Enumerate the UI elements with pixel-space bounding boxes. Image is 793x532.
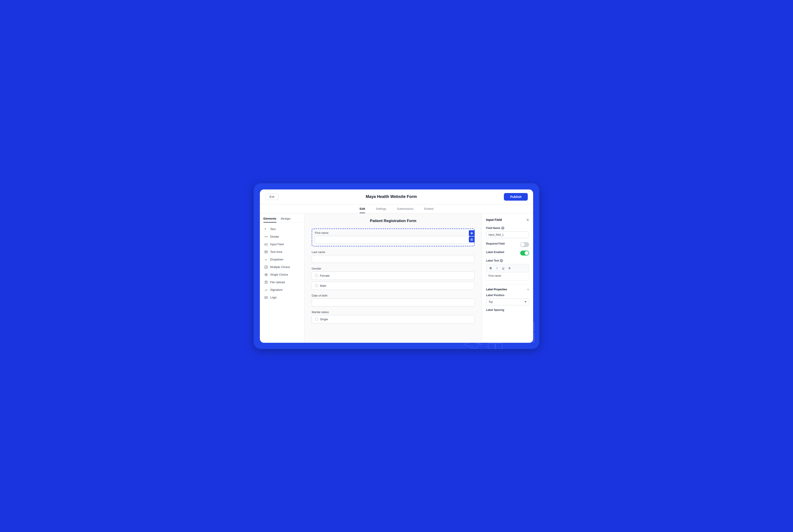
label-enabled-row: Label Enabled (486, 251, 529, 255)
sidebar-tab-design[interactable]: Design (281, 217, 291, 223)
label-text-help-icon[interactable]: ? (500, 259, 503, 262)
dob-field-group: Date of birth (312, 294, 475, 306)
upload-icon (264, 281, 268, 284)
radio-circle-male (315, 284, 318, 287)
sidebar-item-text-area[interactable]: Text Area (260, 248, 304, 256)
sidebar-item-label-text: Text (270, 227, 276, 231)
first-name-field-wrapper[interactable]: First name (312, 229, 475, 246)
required-field-label: Required Field (486, 242, 504, 245)
svg-text:T: T (264, 228, 266, 230)
sidebar-item-label-textarea: Text Area (270, 250, 282, 253)
underline-button[interactable]: U (500, 266, 506, 271)
sidebar-item-divider[interactable]: Divider (260, 233, 304, 241)
marital-status-label: Marital status (312, 310, 475, 314)
app-title: Maya Health Website Form (366, 194, 417, 199)
svg-point-23 (265, 297, 266, 298)
field-name-label: Field Name ? (486, 227, 529, 230)
sidebar-item-multiple-choice[interactable]: Multiple Choice (260, 263, 304, 271)
sidebar-item-label-dropdown: Dropdown (270, 258, 283, 261)
label-enabled-knob (524, 251, 529, 255)
exit-button[interactable]: Exit (265, 193, 279, 200)
svg-point-19 (266, 274, 267, 275)
radio-icon (264, 273, 268, 277)
field-name-help-icon[interactable]: ? (501, 227, 504, 230)
first-name-label: First name (315, 231, 472, 234)
form-title: Patient Registration Form (312, 219, 475, 223)
label-position-select[interactable]: Top Left Right (486, 299, 529, 305)
sidebar-item-file-upload[interactable]: File Upload (260, 279, 304, 286)
field-name-input[interactable] (486, 231, 529, 238)
sidebar-item-label-multiple-choice: Multiple Choice (270, 265, 290, 269)
last-name-input[interactable] (312, 255, 475, 263)
sidebar-item-logo[interactable]: Logo (260, 294, 304, 301)
sidebar: Elements Design T Text Divider (260, 213, 305, 343)
sidebar-item-label-input: Input Field (270, 243, 284, 246)
logo-icon (264, 296, 268, 299)
sidebar-item-label-signature: Signature (270, 288, 283, 291)
signature-icon (264, 288, 268, 292)
strikethrough-button[interactable]: S (507, 266, 512, 271)
tab-submissions[interactable]: Submissions (397, 207, 413, 213)
main-layout: Elements Design T Text Divider (260, 213, 533, 343)
sidebar-item-dropdown[interactable]: Dropdown (260, 256, 304, 263)
delete-field-button[interactable] (469, 236, 475, 242)
required-toggle-knob (521, 243, 524, 247)
gender-female-option[interactable]: Female (312, 271, 475, 280)
svg-rect-14 (265, 251, 268, 253)
gender-female-label: Female (320, 274, 330, 278)
svg-rect-8 (488, 343, 495, 349)
textarea-icon (264, 250, 268, 254)
label-properties-header: Label Properties ∧ (486, 288, 529, 291)
last-name-field-group: Last name (312, 250, 475, 263)
tab-embed[interactable]: Embed (424, 207, 434, 213)
text-toolbar: B I U S (486, 264, 529, 272)
sidebar-item-single-choice[interactable]: Single Choice (260, 271, 304, 279)
label-properties-title: Label Properties (486, 288, 507, 291)
tab-edit[interactable]: Edit (359, 207, 365, 213)
canvas-area: Patient Registration Form First name (305, 213, 482, 343)
label-properties-section: Label Properties ∧ Label Position Top Le… (486, 288, 529, 311)
label-spacing-label: Label Spacing (486, 308, 529, 311)
dob-input[interactable] (312, 299, 475, 306)
panel-close-button[interactable]: ✕ (526, 218, 529, 222)
sidebar-item-text[interactable]: T Text (260, 225, 304, 233)
label-enabled-toggle[interactable] (520, 251, 529, 255)
nav-tabs: Edit Settings Submissions Embed (260, 204, 533, 213)
sidebar-item-signature[interactable]: Signature (260, 286, 304, 294)
sidebar-tab-elements[interactable]: Elements (263, 217, 276, 223)
sidebar-item-input-field[interactable]: Input Field (260, 241, 304, 248)
gender-field-group: Gender Female Male (312, 267, 475, 290)
svg-rect-17 (265, 266, 268, 268)
italic-button[interactable]: I (494, 266, 500, 271)
gender-label: Gender (312, 267, 475, 270)
last-name-label: Last name (312, 250, 475, 254)
label-text-content[interactable]: First name (486, 272, 529, 281)
marital-single-label: Single (320, 318, 328, 321)
publish-button[interactable]: Publish (504, 193, 528, 201)
first-name-input[interactable] (315, 236, 472, 244)
tab-settings[interactable]: Settings (376, 207, 386, 213)
right-panel: Input Field ✕ Field Name ? Required Fiel… (482, 213, 533, 343)
label-text-section: Label Text ? B I U S First name (486, 259, 529, 281)
label-position-label: Label Position (486, 294, 529, 297)
gender-male-option[interactable]: Male (312, 282, 475, 290)
required-field-toggle[interactable] (520, 242, 529, 247)
marital-single-option[interactable]: Single (312, 315, 475, 323)
bold-button[interactable]: B (488, 266, 493, 271)
radio-circle-single (315, 318, 318, 321)
sidebar-item-label-logo: Logo (270, 296, 277, 299)
field-action-buttons (469, 230, 475, 242)
sidebar-item-label-file-upload: File Upload (270, 281, 285, 284)
radio-circle-female (315, 274, 318, 277)
dob-label: Date of birth (312, 294, 475, 297)
panel-title: Input Field (486, 218, 502, 222)
label-properties-collapse-button[interactable]: ∧ (527, 288, 529, 291)
move-field-button[interactable] (469, 230, 475, 236)
sidebar-item-label-single-choice: Single Choice (270, 273, 288, 276)
marital-status-field-group: Marital status Single (312, 310, 475, 323)
top-bar: Exit Maya Health Website Form Publish (260, 189, 533, 204)
label-text-label: Label Text ? (486, 259, 529, 262)
divider-icon (264, 235, 268, 239)
required-field-row: Required Field (486, 242, 529, 247)
label-enabled-label: Label Enabled (486, 251, 504, 254)
